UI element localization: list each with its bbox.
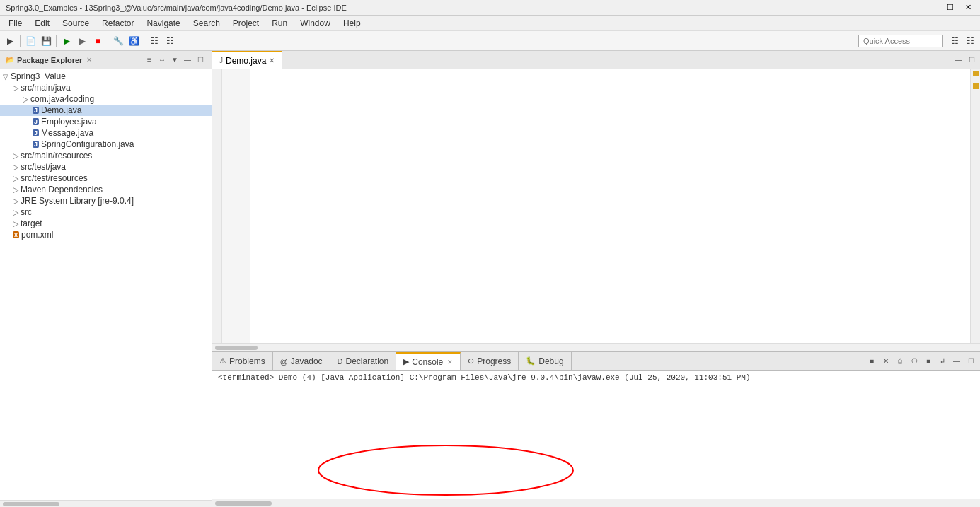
toolbar-run[interactable]: ▶ [59, 34, 74, 48]
panel-maximize[interactable]: ☐ [964, 355, 977, 368]
maximize-button[interactable]: ☐ [944, 3, 957, 12]
toolbar-save[interactable]: 💾 [39, 34, 53, 48]
tree-item-springconfiguration-java[interactable]: J SpringConfiguration.java [0, 139, 212, 150]
panel-minimize[interactable]: — [950, 355, 963, 368]
console-close[interactable]: ✕ [447, 359, 453, 366]
tab-javadoc[interactable]: @ Javadoc [273, 352, 330, 370]
tab-progress[interactable]: ⊙ Progress [461, 352, 519, 370]
tree-icon: J [33, 118, 39, 125]
window-controls[interactable]: — ☐ ✕ [925, 3, 974, 12]
toolbar-debug[interactable]: ▶ [75, 34, 89, 48]
menu-run[interactable]: Run [266, 17, 293, 30]
pe-maximize[interactable]: ☐ [195, 54, 206, 66]
tree-item-message-java[interactable]: J Message.java [0, 127, 212, 139]
menu-refactor[interactable]: Refactor [96, 17, 139, 30]
main-layout: 📂 Package Explorer ✕ ≡ ↔ ▼ — ☐ ▽ Spring3… [0, 51, 980, 507]
menu-navigate[interactable]: Navigate [141, 17, 185, 30]
tab-debug[interactable]: 🐛 Debug [519, 352, 571, 370]
pe-link-editor[interactable]: ↔ [156, 54, 168, 66]
minimize-button[interactable]: — [925, 3, 938, 12]
menu-edit[interactable]: Edit [29, 17, 55, 30]
console-scroll-lock[interactable]: ■ [922, 355, 935, 368]
gutter-1 [212, 69, 219, 81]
console-stop[interactable]: ■ [865, 355, 878, 368]
toolbar-build[interactable]: 🔧 [111, 34, 125, 48]
editor-vscrollbar[interactable] [970, 69, 980, 343]
tree-item-com-java4coding[interactable]: ▷ com.java4coding [0, 93, 212, 105]
console-word-wrap[interactable]: ↲ [936, 355, 949, 368]
pe-header: 📂 Package Explorer ✕ ≡ ↔ ▼ — ☐ [0, 51, 212, 69]
toolbar-layout[interactable]: ☷ [163, 34, 177, 48]
tree-item-src-test-java[interactable]: ▷ src/test/java [0, 161, 212, 173]
tree-label: SpringConfiguration.java [41, 139, 134, 149]
tree-item-employee-java[interactable]: J Employee.java [0, 116, 212, 127]
toolbar-perspectives-2[interactable]: ☷ [963, 34, 977, 48]
tree-item-spring3-value[interactable]: ▽ Spring3_Value [0, 71, 212, 82]
console-clear[interactable]: ⎔ [908, 355, 921, 368]
pe-hscroll-thumb[interactable] [3, 502, 59, 506]
editor-hscroll-thumb[interactable] [215, 346, 258, 350]
tree-icon: ▷ [13, 151, 18, 161]
pe-hscrollbar[interactable] [0, 500, 212, 507]
menu-help[interactable]: Help [338, 17, 367, 30]
tree-item-src-test-resources[interactable]: ▷ src/test/resources [0, 173, 212, 184]
editor-minimize[interactable]: — [953, 54, 964, 66]
menu-source[interactable]: Source [57, 17, 95, 30]
tab-progress-label: Progress [477, 356, 511, 366]
javadoc-icon: @ [280, 357, 288, 366]
tab-demo-java[interactable]: J Demo.java ✕ [212, 51, 282, 69]
tab-declaration-label: Declaration [346, 356, 389, 366]
tree-item-target[interactable]: ▷ target [0, 218, 212, 229]
toolbar-new[interactable]: 📄 [23, 34, 38, 48]
menu-file[interactable]: File [3, 17, 28, 30]
problems-icon: ⚠ [219, 356, 226, 366]
menu-bar: File Edit Source Refactor Navigate Searc… [0, 16, 980, 31]
tree-label: Message.java [41, 128, 93, 138]
tree-item-src-main-java[interactable]: ▷ src/main/java [0, 82, 212, 93]
pe-close-icon[interactable]: ✕ [86, 56, 92, 64]
console-output: <terminated> Demo (4) [Java Application]… [212, 371, 980, 499]
console-hscrollbar[interactable] [212, 499, 980, 507]
scroll-marker-1 [973, 71, 979, 76]
window-title: Spring3.0_Examples - 13Spring3_@Value/sr… [6, 4, 347, 12]
tree-label: Maven Dependencies [21, 185, 103, 194]
console-close-btn[interactable]: ✕ [880, 355, 892, 368]
pe-minimize[interactable]: — [182, 54, 193, 66]
tab-problems[interactable]: ⚠ Problems [212, 352, 273, 370]
toolbar-clean[interactable]: ♿ [127, 34, 141, 48]
editor-controls: — ☐ [953, 51, 980, 69]
code-editor[interactable] [212, 69, 980, 343]
tree-label: Spring3_Value [11, 71, 66, 81]
toolbar-back[interactable]: ▶ [3, 34, 17, 48]
console-copy[interactable]: ⎙ [894, 355, 906, 368]
menu-window[interactable]: Window [294, 17, 336, 30]
menu-search[interactable]: Search [188, 17, 226, 30]
tree-icon: x [13, 231, 19, 238]
bottom-toolbar: ■ ✕ ⎙ ⎔ ■ ↲ — ☐ [865, 352, 980, 370]
editor-hscrollbar[interactable] [212, 343, 980, 351]
tab-problems-label: Problems [229, 356, 265, 366]
quick-access-input[interactable] [858, 35, 943, 47]
console-icon: ▶ [403, 357, 409, 366]
tree-item-demo-java[interactable]: J Demo.java [0, 105, 212, 116]
toolbar-perspectives-1[interactable]: ☷ [947, 34, 962, 48]
pe-collapse-all[interactable]: ≡ [144, 54, 155, 66]
tree-item-pom-xml[interactable]: x pom.xml [0, 229, 212, 240]
menu-project[interactable]: Project [227, 17, 265, 30]
toolbar-stop[interactable]: ■ [91, 34, 105, 48]
tree-item-jre-system-library--jre-9-0-4-[interactable]: ▷ JRE System Library [jre-9.0.4] [0, 195, 212, 206]
tree-label: Demo.java [41, 105, 81, 115]
console-hscroll-thumb[interactable] [215, 501, 272, 506]
pe-view-menu[interactable]: ▼ [169, 54, 180, 66]
toolbar-search-box[interactable] [858, 35, 943, 47]
tree-item-src-main-resources[interactable]: ▷ src/main/resources [0, 150, 212, 161]
tree-item-maven-dependencies[interactable]: ▷ Maven Dependencies [0, 184, 212, 195]
tree-item-src[interactable]: ▷ src [0, 206, 212, 218]
code-content[interactable] [250, 69, 970, 343]
tab-declaration[interactable]: D Declaration [330, 352, 397, 370]
tab-close-demo[interactable]: ✕ [269, 57, 275, 64]
toolbar-perspective[interactable]: ☷ [147, 34, 161, 48]
close-button[interactable]: ✕ [962, 3, 974, 12]
editor-maximize[interactable]: ☐ [966, 54, 977, 66]
tab-console[interactable]: ▶ Console ✕ [396, 352, 461, 370]
